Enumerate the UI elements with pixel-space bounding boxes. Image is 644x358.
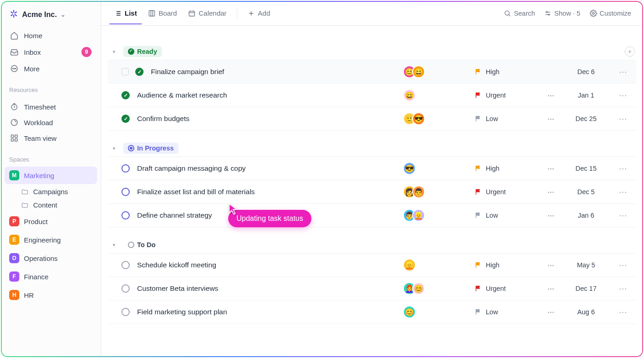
nav-more[interactable]: More [6, 61, 96, 76]
avatar[interactable]: 😄 [403, 89, 416, 102]
priority-cell[interactable]: Urgent [475, 92, 539, 99]
avatar[interactable]: 👱 [412, 209, 425, 222]
space-item-marketing[interactable]: MMarketing [5, 167, 97, 184]
date-cell[interactable]: May 5 [563, 261, 609, 269]
row-more-icon[interactable]: ⋯ [612, 114, 635, 124]
priority-cell[interactable]: High [475, 165, 539, 172]
task-row[interactable]: Customer Beta interviews 👩‍🦰😊 Urgent ⋯ D… [108, 277, 637, 300]
date-cell[interactable]: Dec 15 [563, 165, 609, 172]
avatar[interactable]: 😎 [412, 112, 425, 125]
task-row[interactable]: Finalize asset list and bill of material… [108, 180, 637, 204]
workspace-switcher[interactable]: Acme Inc. ⌄ [1, 3, 101, 25]
assignees[interactable]: 👨👱 [403, 209, 425, 222]
task-row[interactable]: Draft campaign messaging & copy 😎 High ⋯… [108, 156, 637, 180]
view-tab-calendar[interactable]: Calendar [184, 2, 231, 24]
nav-inbox[interactable]: Inbox 9 [6, 43, 96, 61]
avatar[interactable]: 😊 [412, 282, 425, 295]
view-tab-board[interactable]: Board [144, 2, 182, 24]
search-button[interactable]: Search [500, 7, 539, 20]
space-item-operations[interactable]: OOperations [5, 249, 97, 267]
space-item-engineering[interactable]: EEngineering [5, 231, 97, 248]
row-more-icon[interactable]: ⋯ [612, 187, 635, 197]
date-cell[interactable]: Dec 5 [563, 188, 609, 196]
status-icon[interactable]: ✓ [121, 115, 130, 123]
task-name[interactable]: Schedule kickoff meeting [137, 261, 400, 269]
task-row[interactable]: Define channel strategy 👨👱 Low ⋯ Jan 6 ⋯ [108, 204, 637, 227]
add-view-button[interactable]: Add [243, 2, 275, 24]
row-more-icon[interactable]: ⋯ [612, 163, 635, 173]
priority-cell[interactable]: Low [475, 308, 539, 316]
task-name[interactable]: Finalize campaign brief [151, 68, 400, 76]
date-cell[interactable]: Dec 17 [563, 285, 609, 292]
customize-button[interactable]: Customize [586, 7, 635, 20]
show-button[interactable]: Show · 5 [540, 7, 584, 20]
avatar[interactable]: 👨 [412, 185, 425, 198]
avatar[interactable]: 👱 [403, 259, 416, 271]
collapse-icon[interactable]: ▾ [109, 242, 119, 248]
priority-cell[interactable]: Urgent [475, 188, 539, 196]
avatar[interactable]: 😊 [403, 306, 416, 318]
space-item-hr[interactable]: HHR [5, 286, 97, 304]
group-header-todo[interactable]: ▾ To Do [108, 237, 637, 253]
task-row[interactable]: ✓ Confirm budgets 🙂😎 Low ⋯ Dec 25 ⋯ [108, 107, 637, 131]
assignees[interactable]: 🙂😎 [403, 112, 425, 125]
avatar[interactable]: 😄 [412, 65, 425, 78]
folder-item[interactable]: Campaigns [1, 185, 101, 198]
subtasks-cell[interactable]: ⋯ [542, 92, 560, 99]
assignees[interactable]: 👩‍🦰😊 [403, 282, 425, 295]
task-name[interactable]: Audience & market research [137, 91, 400, 99]
date-cell[interactable]: Dec 6 [563, 68, 609, 75]
row-more-icon[interactable]: ⋯ [612, 283, 635, 294]
date-cell[interactable]: Aug 6 [563, 308, 609, 316]
task-name[interactable]: Draft campaign messaging & copy [137, 164, 400, 173]
task-row[interactable]: ✓ Audience & market research 😄 Urgent ⋯ … [108, 84, 637, 107]
subtasks-cell[interactable]: ⋯ [542, 285, 560, 292]
space-item-finance[interactable]: FFinance [5, 268, 97, 285]
nav-teamview[interactable]: Team view [6, 130, 96, 146]
row-more-icon[interactable]: ⋯ [612, 260, 635, 270]
subtasks-cell[interactable]: ⋯ [542, 115, 560, 122]
add-task-icon[interactable]: + [625, 46, 635, 57]
row-more-icon[interactable]: ⋯ [612, 90, 635, 100]
status-pill[interactable]: In Progress [123, 143, 178, 154]
status-icon[interactable] [121, 308, 130, 316]
priority-cell[interactable]: Urgent [475, 285, 539, 292]
status-icon[interactable] [121, 261, 130, 269]
avatar[interactable]: 😎 [403, 162, 416, 175]
task-row[interactable]: ✓ Finalize campaign brief 😊😄 High Dec 6 … [108, 60, 637, 84]
assignees[interactable]: 😊😄 [403, 65, 425, 78]
priority-cell[interactable]: High [475, 261, 539, 269]
group-header-ready[interactable]: ▾ Ready + [108, 43, 637, 60]
row-more-icon[interactable]: ⋯ [612, 67, 635, 77]
priority-cell[interactable]: Low [475, 212, 539, 219]
folder-item[interactable]: Content [1, 198, 101, 212]
status-icon[interactable] [121, 284, 130, 293]
nav-home[interactable]: Home [6, 28, 96, 43]
task-row[interactable]: Schedule kickoff meeting 👱 High ⋯ May 5 … [108, 253, 637, 277]
assignees[interactable]: 👩👨 [403, 185, 425, 198]
task-name[interactable]: Finalize asset list and bill of material… [137, 188, 400, 196]
assignees[interactable]: 😎 [403, 162, 416, 175]
status-icon[interactable]: ✓ [135, 68, 144, 76]
collapse-icon[interactable]: ▾ [109, 145, 119, 151]
assignees[interactable]: 👱 [403, 259, 416, 271]
collapse-icon[interactable]: ▾ [109, 49, 119, 55]
nav-timesheet[interactable]: Timesheet [6, 99, 96, 115]
status-pill[interactable]: To Do [123, 239, 160, 250]
status-pill[interactable]: Ready [123, 46, 162, 57]
checkbox[interactable] [121, 68, 129, 75]
subtasks-cell[interactable]: ⋯ [542, 165, 560, 172]
task-row[interactable]: Field marketing support plan 😊 Low ⋯ Aug… [108, 300, 637, 324]
subtasks-cell[interactable]: ⋯ [542, 261, 560, 269]
status-icon[interactable] [121, 188, 130, 196]
assignees[interactable]: 😊 [403, 306, 416, 318]
date-cell[interactable]: Jan 1 [563, 92, 609, 99]
status-icon[interactable] [121, 211, 130, 219]
date-cell[interactable]: Dec 25 [563, 115, 609, 122]
nav-workload[interactable]: Workload [6, 115, 96, 130]
task-name[interactable]: Field marketing support plan [137, 308, 400, 316]
group-header-progress[interactable]: ▾ In Progress [108, 140, 637, 156]
row-more-icon[interactable]: ⋯ [612, 210, 635, 220]
status-icon[interactable]: ✓ [121, 91, 130, 99]
assignees[interactable]: 😄 [403, 89, 416, 102]
